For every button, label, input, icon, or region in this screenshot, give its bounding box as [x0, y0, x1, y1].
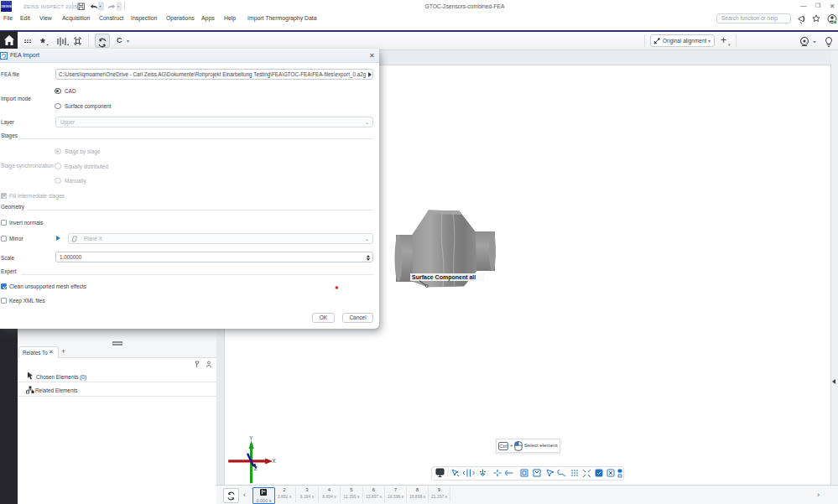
svg-text:Y: Y [249, 435, 253, 441]
svg-text:Z: Z [254, 465, 258, 471]
svg-text:X: X [273, 458, 277, 464]
